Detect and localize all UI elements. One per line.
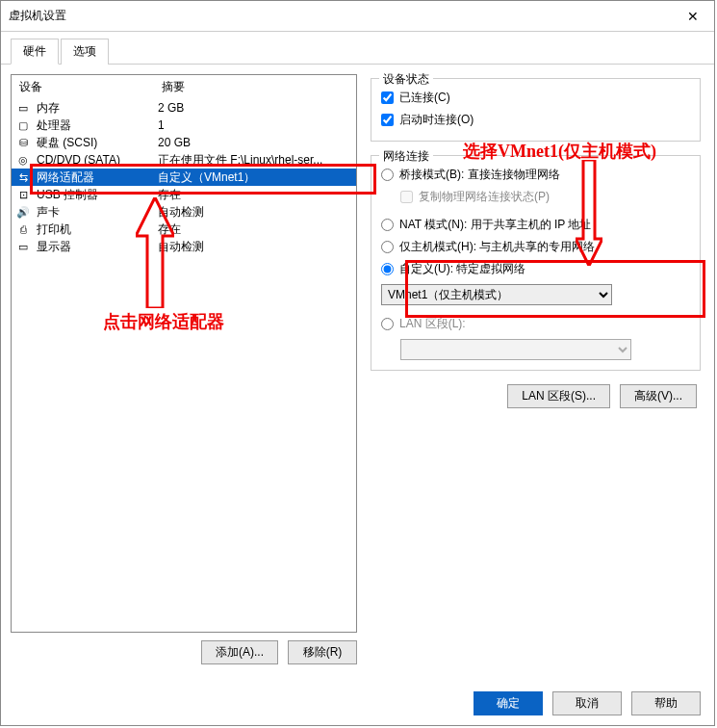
hostonly-radio[interactable] bbox=[381, 241, 394, 253]
device-row-memory[interactable]: ▭ 内存 2 GB bbox=[12, 99, 356, 117]
connect-on-check[interactable]: 启动时连接(O) bbox=[381, 109, 690, 131]
device-summary: 2 GB bbox=[158, 101, 352, 115]
titlebar: 虚拟机设置 ✕ bbox=[1, 1, 714, 32]
device-summary: 自动检测 bbox=[158, 239, 352, 255]
device-summary: 正在使用文件 F:\Linux\rhel-ser... bbox=[158, 152, 352, 169]
device-summary: 20 GB bbox=[158, 136, 352, 149]
display-icon: ▭ bbox=[15, 241, 31, 253]
custom-radio[interactable] bbox=[381, 263, 394, 275]
custom-radio-row[interactable]: 自定义(U): 特定虚拟网络 bbox=[381, 258, 690, 280]
device-name: CD/DVD (SATA) bbox=[37, 153, 158, 167]
lan-radio-row[interactable]: LAN 区段(L): bbox=[381, 313, 690, 335]
device-list: 设备 摘要 ▭ 内存 2 GB ▢ 处理器 1 ⛁ 硬盘 (SCSI) 20 G… bbox=[11, 74, 357, 633]
device-summary: 自动检测 bbox=[158, 204, 352, 221]
remove-button[interactable]: 移除(R) bbox=[288, 640, 357, 664]
cd-icon: ◎ bbox=[15, 154, 31, 167]
connect-on-checkbox[interactable] bbox=[381, 114, 394, 126]
nat-radio[interactable] bbox=[381, 219, 394, 231]
device-name: 声卡 bbox=[37, 204, 158, 221]
device-row-printer[interactable]: ⎙ 打印机 存在 bbox=[12, 221, 356, 238]
advanced-button[interactable]: 高级(V)... bbox=[620, 384, 697, 408]
settings-window: 虚拟机设置 ✕ 硬件 选项 设备 摘要 ▭ 内存 2 GB ▢ 处理器 bbox=[0, 0, 715, 726]
memory-icon: ▭ bbox=[15, 102, 31, 115]
window-title: 虚拟机设置 bbox=[9, 8, 66, 24]
right-button-row: LAN 区段(S)... 高级(V)... bbox=[371, 384, 701, 408]
nat-label: NAT 模式(N): 用于共享主机的 IP 地址 bbox=[399, 217, 591, 233]
status-group: 设备状态 已连接(C) 启动时连接(O) bbox=[371, 78, 701, 142]
add-button[interactable]: 添加(A)... bbox=[201, 640, 278, 664]
connect-on-label: 启动时连接(O) bbox=[399, 112, 474, 128]
lan-segments-button[interactable]: LAN 区段(S)... bbox=[507, 384, 610, 408]
content-area: 设备 摘要 ▭ 内存 2 GB ▢ 处理器 1 ⛁ 硬盘 (SCSI) 20 G… bbox=[1, 65, 714, 674]
device-row-usb[interactable]: ⊡ USB 控制器 存在 bbox=[12, 186, 356, 203]
hostonly-label: 仅主机模式(H): 与主机共享的专用网络 bbox=[399, 239, 595, 255]
device-row-disk[interactable]: ⛁ 硬盘 (SCSI) 20 GB bbox=[12, 134, 356, 151]
tab-strip: 硬件 选项 bbox=[1, 32, 714, 65]
left-panel: 设备 摘要 ▭ 内存 2 GB ▢ 处理器 1 ⛁ 硬盘 (SCSI) 20 G… bbox=[11, 74, 357, 664]
device-summary: 存在 bbox=[158, 221, 352, 238]
left-button-row: 添加(A)... 移除(R) bbox=[11, 640, 357, 664]
printer-icon: ⎙ bbox=[15, 223, 31, 235]
device-name: 硬盘 (SCSI) bbox=[37, 135, 158, 151]
lan-select-row bbox=[400, 339, 690, 360]
device-summary: 存在 bbox=[158, 187, 352, 203]
header-device: 设备 bbox=[19, 79, 162, 95]
device-row-network[interactable]: ⇆ 网络适配器 自定义（VMnet1） bbox=[12, 169, 356, 186]
disk-icon: ⛁ bbox=[15, 137, 31, 149]
custom-network-select[interactable]: VMnet1（仅主机模式） bbox=[381, 284, 612, 305]
sound-icon: 🔊 bbox=[15, 206, 31, 219]
replicate-label: 复制物理网络连接状态(P) bbox=[419, 189, 550, 205]
hostonly-radio-row[interactable]: 仅主机模式(H): 与主机共享的专用网络 bbox=[381, 236, 690, 258]
device-name: USB 控制器 bbox=[37, 187, 158, 203]
tab-options[interactable]: 选项 bbox=[61, 39, 109, 65]
bridged-radio[interactable] bbox=[381, 169, 394, 181]
replicate-check-row: 复制物理网络连接状态(P) bbox=[400, 186, 690, 208]
device-name: 网络适配器 bbox=[37, 169, 158, 186]
help-button[interactable]: 帮助 bbox=[631, 691, 701, 715]
device-header: 设备 摘要 bbox=[12, 75, 356, 99]
device-row-sound[interactable]: 🔊 声卡 自动检测 bbox=[12, 203, 356, 221]
lan-radio[interactable] bbox=[381, 318, 394, 330]
usb-icon: ⊡ bbox=[15, 189, 31, 201]
device-summary: 1 bbox=[158, 118, 352, 132]
bridged-radio-row[interactable]: 桥接模式(B): 直接连接物理网络 bbox=[381, 164, 690, 186]
device-row-cd[interactable]: ◎ CD/DVD (SATA) 正在使用文件 F:\Linux\rhel-ser… bbox=[12, 151, 356, 169]
dialog-buttons: 确定 取消 帮助 bbox=[474, 691, 701, 715]
lan-label: LAN 区段(L): bbox=[399, 316, 466, 332]
bridged-label: 桥接模式(B): 直接连接物理网络 bbox=[399, 167, 560, 183]
header-summary: 摘要 bbox=[162, 79, 348, 95]
network-icon: ⇆ bbox=[15, 171, 31, 184]
device-name: 显示器 bbox=[37, 239, 158, 255]
close-icon[interactable]: ✕ bbox=[672, 1, 714, 32]
device-name: 处理器 bbox=[37, 117, 158, 134]
custom-select-row: VMnet1（仅主机模式） bbox=[381, 284, 690, 305]
cancel-button[interactable]: 取消 bbox=[552, 691, 622, 715]
connected-label: 已连接(C) bbox=[399, 90, 450, 106]
right-panel: 设备状态 已连接(C) 启动时连接(O) 网络连接 桥接模式(B): 直接连接物… bbox=[367, 74, 704, 664]
network-legend: 网络连接 bbox=[379, 148, 433, 165]
device-name: 内存 bbox=[37, 100, 158, 117]
replicate-checkbox bbox=[400, 191, 413, 203]
custom-label: 自定义(U): 特定虚拟网络 bbox=[399, 261, 525, 277]
ok-button[interactable]: 确定 bbox=[474, 691, 543, 715]
cpu-icon: ▢ bbox=[15, 119, 31, 132]
network-group: 网络连接 桥接模式(B): 直接连接物理网络 复制物理网络连接状态(P) NAT… bbox=[371, 155, 701, 371]
tab-hardware[interactable]: 硬件 bbox=[11, 39, 59, 65]
device-summary: 自定义（VMnet1） bbox=[158, 169, 352, 186]
status-legend: 设备状态 bbox=[379, 71, 433, 88]
device-name: 打印机 bbox=[37, 221, 158, 238]
nat-radio-row[interactable]: NAT 模式(N): 用于共享主机的 IP 地址 bbox=[381, 214, 690, 236]
connected-check[interactable]: 已连接(C) bbox=[381, 87, 690, 109]
device-row-cpu[interactable]: ▢ 处理器 1 bbox=[12, 117, 356, 134]
lan-segment-select bbox=[400, 339, 631, 360]
connected-checkbox[interactable] bbox=[381, 91, 394, 104]
device-row-display[interactable]: ▭ 显示器 自动检测 bbox=[12, 238, 356, 255]
